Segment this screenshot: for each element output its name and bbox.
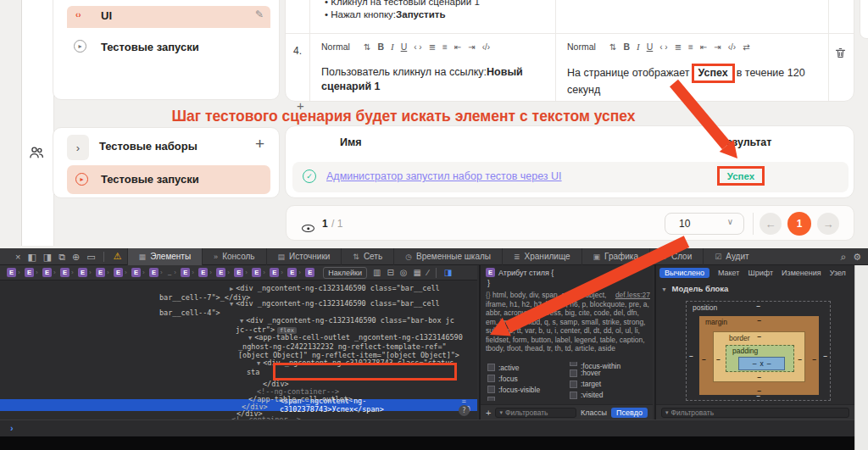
- toolbar-icon[interactable]: ⇤: [454, 42, 461, 52]
- sidebar-tab[interactable]: Узел: [830, 269, 846, 277]
- breadcrumb-item[interactable]: E: [42, 268, 52, 277]
- breadcrumb-item[interactable]: E: [270, 268, 279, 277]
- edit-pencil-icon[interactable]: ✎: [255, 8, 264, 20]
- window-control-icon[interactable]: ◧: [27, 248, 36, 265]
- window-control-icon[interactable]: ⊕: [72, 248, 80, 265]
- window-control-icon[interactable]: ▭: [86, 248, 95, 265]
- style-source-link[interactable]: def.less:27: [615, 291, 650, 300]
- checkbox-icon[interactable]: [487, 375, 495, 382]
- box-model-position[interactable]: position –––– margin –––– border –––– pa…: [686, 301, 831, 401]
- page-size-select[interactable]: 10 ∨: [665, 213, 744, 235]
- breadcrumb-item[interactable]: E: [25, 268, 34, 277]
- breadcrumb-item[interactable]: E: [198, 268, 208, 277]
- elements-tool-icon[interactable]: ▥: [373, 268, 381, 277]
- pseudo-class-toggle[interactable]: :focus-visible: [487, 384, 565, 395]
- warning-icon[interactable]: ⚠: [114, 251, 122, 262]
- add-test-set-button[interactable]: +: [255, 135, 264, 153]
- elements-tool-icon[interactable]: ∕: [427, 268, 429, 277]
- breadcrumb-item[interactable]: E: [131, 268, 141, 277]
- elements-tool-icon[interactable]: ⊟: [387, 268, 393, 277]
- toolbar-icon[interactable]: ⇄: [743, 42, 749, 52]
- breadcrumb-item[interactable]: E: [7, 268, 16, 277]
- box-model-padding[interactable]: padding – –x–: [726, 345, 794, 372]
- box-model-border[interactable]: border –––– padding – –x–: [713, 331, 805, 382]
- stickers-button[interactable]: Наклейки: [323, 267, 367, 279]
- sidebar-tab[interactable]: Макет: [718, 269, 739, 277]
- devtools-tab[interactable]: » Консоль: [202, 248, 265, 265]
- test-run-link[interactable]: Администратор запустил набор тестов чере…: [326, 170, 562, 182]
- window-control-icon[interactable]: ×: [15, 248, 20, 265]
- breadcrumb-item[interactable]: E: [234, 268, 243, 277]
- toolbar-icon[interactable]: ≣: [429, 42, 436, 52]
- devtools-tab[interactable]: ⇅ Сеть: [341, 248, 393, 265]
- toolbar-icon[interactable]: ‹ ›: [414, 42, 421, 52]
- devtools-tab[interactable]: ◷ Временные шкалы: [393, 248, 502, 265]
- expand-chevron-icon[interactable]: ›: [67, 135, 89, 160]
- toolbar-icon[interactable]: ‹ ›: [659, 42, 667, 52]
- breadcrumb-item[interactable]: E: [181, 268, 190, 277]
- toolbar-icon[interactable]: ⇥: [714, 42, 721, 52]
- classes-button[interactable]: Классы: [581, 408, 607, 417]
- styles-filter-input[interactable]: ▾Фильтровать: [495, 408, 576, 418]
- sidebar-tab[interactable]: Шрифт: [748, 269, 773, 277]
- toolbar-icon[interactable]: B: [623, 42, 630, 52]
- devtools-tab[interactable]: ☑ Аудит: [703, 248, 760, 265]
- toolbar-icon[interactable]: U: [401, 42, 408, 52]
- toolbar-icon[interactable]: ‹/›: [482, 42, 490, 52]
- breadcrumb-item[interactable]: E: [305, 268, 314, 277]
- add-rule-button[interactable]: +: [486, 408, 491, 418]
- checkbox-icon[interactable]: [570, 392, 577, 399]
- quick-console-bar[interactable]: ›: [0, 419, 854, 437]
- sidebar-item-test-runs[interactable]: ▸ Тестовые запуски: [67, 36, 270, 62]
- step-action-text[interactable]: Пользователь кликнул на ссылку:Новый сце…: [321, 65, 550, 94]
- devtools-tab[interactable]: ▱ Слои: [649, 248, 703, 265]
- css-selector-text[interactable]: html, body, div, span, applet, object, i…: [486, 291, 649, 353]
- elements-tool-icon[interactable]: ◎: [400, 268, 408, 277]
- prev-page-button[interactable]: ←: [760, 213, 782, 235]
- current-page-button[interactable]: 1: [787, 212, 811, 236]
- sidebar-item-test-sets[interactable]: › Тестовые наборы +: [67, 133, 270, 164]
- dom-tree-node[interactable]: ▼<div _ngcontent-ng-c1323146590 class="b…: [236, 316, 466, 335]
- settings-gear-icon[interactable]: ⚙: [853, 248, 861, 265]
- delete-step-icon[interactable]: [834, 47, 847, 63]
- pseudo-class-toggle[interactable]: :focus: [487, 373, 565, 384]
- breadcrumb-item[interactable]: _: [167, 268, 172, 277]
- editor-toolbar[interactable]: Normal⇅BIU‹ ›≣≡⇤⇥‹/›: [321, 42, 490, 52]
- window-control-icon[interactable]: ◨: [43, 248, 52, 265]
- toolbar-icon[interactable]: B: [377, 42, 384, 52]
- breadcrumb-item[interactable]: E: [96, 268, 105, 277]
- toolbar-icon[interactable]: ≡: [688, 42, 693, 52]
- elements-tool-icon[interactable]: ▦: [414, 268, 421, 277]
- toolbar-icon[interactable]: ≡: [442, 42, 448, 52]
- step-cell-partial[interactable]: • Кликнул на тестовый сценарий 1 • Нажал…: [325, 0, 480, 21]
- next-page-button[interactable]: →: [817, 213, 839, 235]
- toolbar-icon[interactable]: ⇅: [364, 42, 370, 52]
- toolbar-icon[interactable]: ⇅: [609, 42, 616, 52]
- pseudo-class-toggle[interactable]: :target: [570, 379, 647, 390]
- breadcrumb-item[interactable]: E: [287, 268, 297, 277]
- toolbar-icon[interactable]: I: [391, 42, 394, 52]
- devtools-tab[interactable]: ▦ Элементы: [127, 248, 203, 265]
- search-icon[interactable]: ⌕: [840, 248, 846, 265]
- toolbar-icon[interactable]: Normal: [321, 42, 357, 52]
- devtools-tab[interactable]: ≣ Хранилище: [502, 248, 581, 265]
- box-model-margin[interactable]: margin –––– border –––– padding – –x–: [699, 316, 819, 395]
- breadcrumb-item[interactable]: E: [149, 268, 159, 277]
- sidebar-item-test-runs-selected[interactable]: ▸ Тестовые запуски: [67, 165, 270, 194]
- users-icon[interactable]: [28, 144, 45, 164]
- toolbar-icon[interactable]: ⇤: [700, 42, 707, 52]
- box-model-content[interactable]: –x–: [738, 357, 785, 370]
- pseudo-class-toggle[interactable]: :visited: [570, 390, 647, 401]
- table-row[interactable]: ✓ Администратор запустил набор тестов че…: [292, 162, 849, 192]
- right-scrollbar-gutter[interactable]: [854, 265, 868, 450]
- toolbar-icon[interactable]: I: [637, 42, 640, 52]
- help-button[interactable]: ?: [459, 405, 470, 416]
- toolbar-icon[interactable]: ‹/›: [728, 42, 736, 52]
- breadcrumb-item[interactable]: E: [114, 268, 123, 277]
- breadcrumb-item[interactable]: E: [216, 268, 225, 277]
- sidebar-tab[interactable]: Изменения: [782, 269, 821, 277]
- sidebar-tab[interactable]: Вычислено: [659, 268, 709, 278]
- style-attribute-header[interactable]: Атрибут стиля {: [498, 269, 554, 277]
- toolbar-icon[interactable]: ⇥: [468, 42, 475, 52]
- checkbox-icon[interactable]: [570, 381, 577, 388]
